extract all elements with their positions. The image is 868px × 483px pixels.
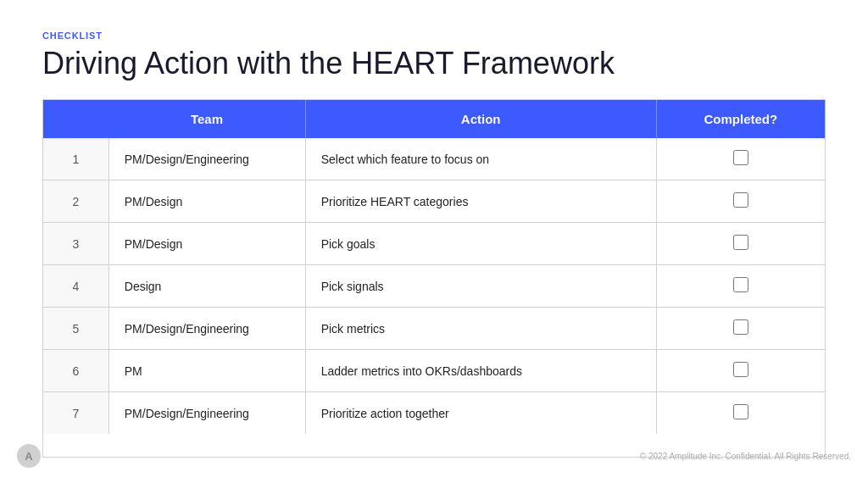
row-completed-cell[interactable] [656, 308, 825, 350]
row-number: 3 [43, 223, 108, 265]
completed-checkbox[interactable] [733, 404, 748, 419]
row-action: Pick metrics [305, 308, 656, 350]
row-number: 7 [43, 392, 108, 435]
row-number: 4 [43, 265, 108, 308]
row-action: Prioritize action together [305, 392, 656, 435]
table-row: 6PMLadder metrics into OKRs/dashboards [43, 350, 825, 392]
completed-checkbox[interactable] [733, 362, 748, 377]
col-header-team: Team [108, 100, 305, 138]
row-number: 1 [43, 138, 108, 180]
row-completed-cell[interactable] [656, 265, 825, 308]
table-row: 1PM/Design/EngineeringSelect which featu… [43, 138, 825, 180]
row-team: Design [108, 265, 305, 308]
footer-copyright: © 2022 Amplitude Inc. Confidential. All … [640, 452, 851, 461]
row-action: Prioritize HEART categories [305, 180, 656, 223]
checklist-label: CHECKLIST [42, 31, 826, 41]
row-completed-cell[interactable] [656, 138, 825, 180]
table-row: 5PM/Design/EngineeringPick metrics [43, 308, 825, 350]
row-team: PM/Design/Engineering [108, 392, 305, 435]
footer: A © 2022 Amplitude Inc. Confidential. Al… [0, 444, 868, 468]
col-header-action: Action [305, 100, 656, 138]
row-number: 6 [43, 350, 108, 392]
row-completed-cell[interactable] [656, 392, 825, 435]
table-row: 3PM/DesignPick goals [43, 223, 825, 265]
row-completed-cell[interactable] [656, 350, 825, 392]
completed-checkbox[interactable] [733, 150, 748, 165]
row-team: PM/Design [108, 223, 305, 265]
row-completed-cell[interactable] [656, 180, 825, 223]
completed-checkbox[interactable] [733, 277, 748, 292]
row-team: PM/Design/Engineering [108, 138, 305, 180]
amplitude-logo: A [17, 444, 41, 468]
row-action: Pick goals [305, 223, 656, 265]
page-title: Driving Action with the HEART Framework [42, 46, 826, 80]
checklist-table: Team Action Completed? 1PM/Design/Engine… [43, 100, 825, 434]
completed-checkbox[interactable] [733, 192, 748, 208]
row-team: PM [108, 350, 305, 392]
row-team: PM/Design [108, 180, 305, 223]
completed-checkbox[interactable] [733, 235, 748, 250]
table-row: 2PM/DesignPrioritize HEART categories [43, 180, 825, 223]
table-row: 7PM/Design/EngineeringPrioritize action … [43, 392, 825, 435]
col-header-num [43, 100, 108, 138]
row-number: 2 [43, 180, 108, 223]
col-header-completed: Completed? [656, 100, 825, 138]
row-number: 5 [43, 308, 108, 350]
row-action: Pick signals [305, 265, 656, 308]
table-row: 4DesignPick signals [43, 265, 825, 308]
row-action: Ladder metrics into OKRs/dashboards [305, 350, 656, 392]
table-container: Team Action Completed? 1PM/Design/Engine… [42, 99, 826, 458]
page-wrapper: CHECKLIST Driving Action with the HEART … [0, 0, 868, 483]
completed-checkbox[interactable] [733, 319, 748, 335]
row-team: PM/Design/Engineering [108, 308, 305, 350]
row-completed-cell[interactable] [656, 223, 825, 265]
row-action: Select which feature to focus on [305, 138, 656, 180]
table-header-row: Team Action Completed? [43, 100, 825, 138]
